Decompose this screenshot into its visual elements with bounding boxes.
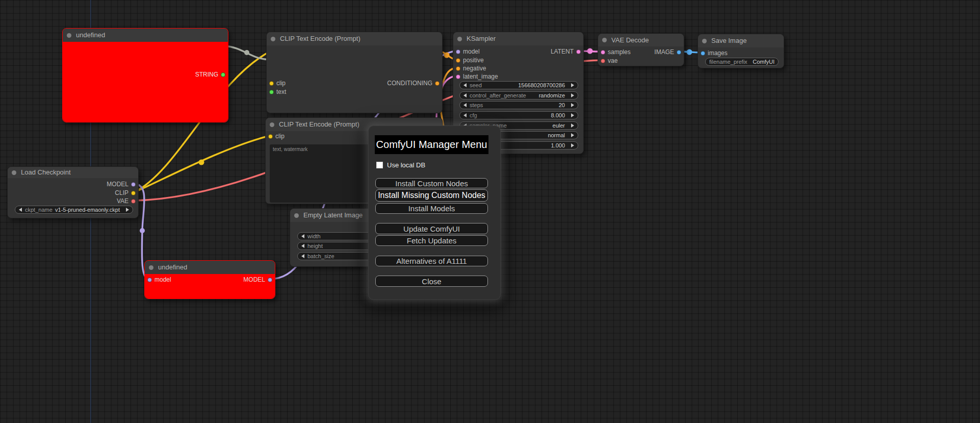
collapse-dot-icon[interactable] [271, 37, 275, 41]
widget-value: 1.000 [551, 142, 565, 148]
increment-arrow-icon[interactable] [571, 123, 574, 128]
slot-dot[interactable] [601, 59, 605, 63]
slot-dot[interactable] [269, 90, 274, 94]
collapse-dot-icon[interactable] [67, 33, 71, 38]
node-save-image[interactable]: Save Image images filename_prefix ComfyU… [698, 34, 784, 68]
input-slot-images: images [698, 49, 744, 57]
collapse-dot-icon[interactable] [702, 39, 707, 43]
slot-dot[interactable] [131, 191, 136, 195]
slot-dot[interactable] [456, 49, 460, 54]
slot-dot[interactable] [131, 182, 136, 187]
decrement-arrow-icon[interactable] [301, 234, 304, 238]
slot-dot[interactable] [435, 81, 440, 86]
use-local-db-label: Use local DB [387, 161, 425, 169]
slot-dot[interactable] [269, 81, 274, 86]
decrement-arrow-icon[interactable] [19, 208, 22, 212]
node-header[interactable]: Load Checkpoint [8, 167, 138, 178]
widget-label: cfg [470, 112, 477, 118]
output-label: CONDITIONING [387, 79, 432, 87]
widget-label: steps [470, 102, 483, 108]
slot-dot[interactable] [268, 134, 273, 139]
output-label: MODEL [107, 180, 128, 188]
widget-value: 8.000 [551, 112, 565, 118]
link-dot-string[interactable] [244, 50, 249, 55]
decrement-arrow-icon[interactable] [463, 113, 467, 117]
collapse-dot-icon[interactable] [149, 265, 153, 270]
slot-dot[interactable] [131, 199, 136, 204]
increment-arrow-icon[interactable] [571, 83, 574, 87]
update-comfyui-button[interactable]: Update ComfyUI [375, 223, 488, 234]
output-label: VAE [117, 197, 128, 205]
output-label: STRING [195, 70, 218, 79]
widget-filename-prefix[interactable]: filename_prefix ComfyUI [705, 58, 779, 66]
output-slot-model: MODEL [82, 180, 138, 188]
node-header[interactable]: VAE Decode [598, 34, 684, 46]
decrement-arrow-icon[interactable] [463, 103, 467, 107]
node-title: CLIP Text Encode (Prompt) [280, 35, 360, 42]
input-slot-model: model [145, 276, 196, 284]
node-header[interactable]: KSampler [453, 32, 583, 45]
increment-arrow-icon[interactable] [571, 113, 574, 117]
node-header[interactable]: undefined [63, 29, 228, 42]
close-button[interactable]: Close [375, 276, 488, 287]
increment-arrow-icon[interactable] [126, 208, 129, 212]
slot-dot[interactable] [601, 50, 605, 55]
slot-dot[interactable] [221, 72, 225, 77]
slot-dot[interactable] [456, 66, 460, 71]
widget-steps[interactable]: steps 20 [459, 101, 578, 109]
link-dot-model[interactable] [140, 228, 145, 233]
decrement-arrow-icon[interactable] [301, 254, 304, 258]
collapse-dot-icon[interactable] [457, 37, 462, 41]
node-undefined-string[interactable]: undefined STRING [62, 28, 228, 122]
widget-control-after-generate[interactable]: control_after_generate randomize [459, 91, 578, 99]
widget-value: v1-5-pruned-emaonly.ckpt [55, 207, 120, 213]
install-models-button[interactable]: Install Models [375, 203, 488, 214]
install-missing-custom-nodes-button[interactable]: Install Missing Custom Nodes [375, 189, 488, 202]
increment-arrow-icon[interactable] [571, 93, 574, 97]
decrement-arrow-icon[interactable] [301, 244, 304, 248]
node-title: undefined [76, 31, 105, 39]
node-header[interactable]: CLIP Text Encode (Prompt) [267, 32, 442, 45]
slot-dot[interactable] [576, 49, 581, 54]
input-label: images [708, 49, 728, 57]
slot-dot[interactable] [268, 278, 272, 282]
increment-arrow-icon[interactable] [571, 103, 574, 107]
link-dot-conditioning-positive[interactable] [444, 53, 450, 58]
graph-canvas[interactable]: { "colors": { "wire": { "clip": "#eec41c… [0, 0, 980, 423]
decrement-arrow-icon[interactable] [463, 93, 467, 97]
slot-dot[interactable] [456, 74, 460, 79]
node-header[interactable]: undefined [145, 261, 275, 274]
slot-dot[interactable] [456, 58, 460, 63]
link-dot-image[interactable] [687, 49, 692, 55]
collapse-dot-icon[interactable] [270, 122, 274, 127]
fetch-updates-button[interactable]: Fetch Updates [375, 235, 488, 246]
node-title: KSampler [467, 35, 496, 42]
alternatives-of-a1111-button[interactable]: Alternatives of A1111 [375, 256, 488, 266]
widget-seed[interactable]: seed 156680208700286 [459, 81, 578, 89]
input-slot-model: model [453, 47, 520, 56]
widget-cfg[interactable]: cfg 8.000 [459, 111, 578, 119]
increment-arrow-icon[interactable] [571, 143, 574, 147]
node-vae-decode[interactable]: VAE Decode samples vae IMAGE [598, 33, 684, 66]
use-local-db-checkbox[interactable] [376, 162, 383, 168]
slot-dot[interactable] [677, 50, 681, 55]
node-header[interactable]: Save Image [698, 34, 784, 47]
widget-label: height [307, 243, 323, 249]
input-slot-clip: clip [267, 79, 328, 87]
link-dot-latent[interactable] [587, 48, 593, 54]
link-dot-clip[interactable] [199, 160, 204, 165]
decrement-arrow-icon[interactable] [463, 83, 467, 87]
node-title: Save Image [711, 37, 746, 44]
node-load-checkpoint[interactable]: Load Checkpoint MODEL CLIP VAE ckpt_name… [7, 166, 139, 218]
slot-dot[interactable] [147, 278, 152, 282]
widget-ckpt-name[interactable]: ckpt_name v1-5-pruned-emaonly.ckpt [15, 206, 133, 214]
output-label: IMAGE [654, 48, 674, 56]
collapse-dot-icon[interactable] [602, 38, 607, 42]
install-custom-nodes-button[interactable]: Install Custom Nodes [375, 178, 488, 188]
slot-dot[interactable] [701, 51, 705, 56]
node-undefined-model[interactable]: undefined model MODEL [144, 260, 275, 299]
node-clip-text-encode-top[interactable]: CLIP Text Encode (Prompt) clip text COND… [266, 32, 443, 113]
collapse-dot-icon[interactable] [12, 170, 16, 175]
increment-arrow-icon[interactable] [571, 133, 574, 137]
collapse-dot-icon[interactable] [294, 213, 299, 218]
